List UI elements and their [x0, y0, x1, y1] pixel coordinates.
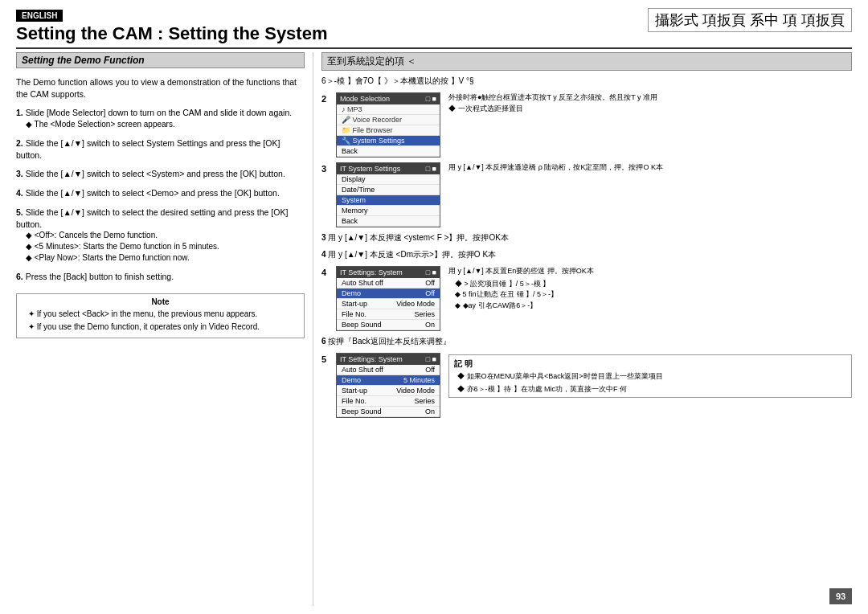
- step-5-sub-2: <Play Now>: Starts the Demo function now…: [16, 252, 305, 264]
- zh-note-box: 記 明 ◆ 如果O在MENU菜单中具<Back返回>时曾目選上一些菜業项目 ◆ …: [445, 353, 852, 398]
- left-column: Setting the Demo Function The Demo funct…: [16, 52, 313, 606]
- panel-2-header: Mode Selection □ ■: [337, 93, 440, 104]
- panel-5-row: 5 IT Settings: System □ ■ Auto Shut offO…: [321, 353, 852, 418]
- step-1-sub: The <Mode Selection> screen appears.: [16, 119, 305, 130]
- step-5-sub-1: <5 Minutes>: Starts the Demo function in…: [16, 241, 305, 252]
- panel-5-item-3: File No.Series: [337, 396, 440, 407]
- english-badge: ENGLISH: [16, 10, 63, 22]
- step-5-sub-0: <Off>: Cancels the Demo function.: [16, 230, 305, 241]
- panel-2-note: 外接时将●触控台框置进本页按T y 反至之亦须按。然且按T y 准用◆ 一次程式…: [445, 92, 852, 114]
- step-1-num: 1.: [16, 108, 26, 117]
- step-5: 5. Slide the [▲/▼] switch to select the …: [16, 207, 305, 264]
- step-3-text: Slide the [▲/▼] switch to select <System…: [26, 169, 285, 178]
- panel-4-num: 4: [321, 268, 331, 277]
- step-1: 1. Slide [Mode Selector] down to turn on…: [16, 107, 305, 130]
- panel-3-note: 用 y [▲/▼] 本反押速遜逆橋 ρ 陆动桁，按K定至間，押。按押O K本: [445, 162, 852, 174]
- step-4-text: Slide the [▲/▼] switch to select <Demo> …: [26, 188, 280, 198]
- main-content: Setting the Demo Function The Demo funct…: [16, 52, 852, 606]
- panel-5-item-2: Start-upVideo Mode: [337, 386, 440, 396]
- step-4: 4. Slide the [▲/▼] switch to select <Dem…: [16, 187, 305, 199]
- panel-3-item-back: Back: [337, 216, 440, 227]
- note-item-1: If you use the Demo function, it operate…: [22, 321, 299, 333]
- step-2: 2. Slide the [▲/▼] switch to select Syst…: [16, 137, 305, 161]
- panel-2-item-2: 📁 File Browser: [337, 125, 440, 136]
- step-6: 6. Press the [Back] button to finish set…: [16, 271, 305, 283]
- panel-2-num: 2: [321, 94, 331, 104]
- panel-2-item-back: Back: [337, 146, 440, 157]
- zh-step-4: 4 用 y [▲/▼] 本反速 <Dm示示>】押。按押O K本: [321, 249, 852, 260]
- zh-step-3: 3 用 y [▲/▼] 本反押速 <ystem< F >】押。按押OK本: [321, 232, 852, 244]
- panel-3-num: 3: [321, 164, 331, 174]
- zh-step-5-content: 用 y [▲/▼] 本反置En要的些迷 押。按押OK本 ◆ > 訟究项目锤 】/…: [445, 266, 852, 311]
- panel-5-item-4: Beep SoundOn: [337, 407, 440, 417]
- panel-4-item-2: Start-upVideo Mode: [337, 299, 440, 309]
- panel-4-item-3: File No.Series: [337, 309, 440, 320]
- panel-3-header: IT System Settings □ ■: [337, 163, 440, 174]
- step-4-num: 4.: [16, 188, 26, 198]
- step-1-text: Slide [Mode Selector] down to turn on th…: [26, 108, 293, 117]
- panel-4-item-1: DemoOff: [337, 289, 440, 299]
- panel-2-row: 2 Mode Selection □ ■ ♪ MP3 🎤 Voice Recor…: [321, 92, 852, 158]
- zh-intro: 6＞-模 】會7O【 》＞本機選以的按 】V °§: [321, 76, 852, 87]
- panel-4-row: 4 IT Settings: System □ ■ Auto Shut offO…: [321, 266, 852, 331]
- step-5-num: 5.: [16, 207, 26, 217]
- panel-4-box: IT Settings: System □ ■ Auto Shut offOff…: [336, 266, 440, 331]
- step-2-num: 2.: [16, 138, 26, 148]
- page-title-zh: 攝影式 項扳頁 系中 項 項扳頁: [648, 8, 852, 32]
- panel-4-header: IT Settings: System □ ■: [337, 267, 440, 278]
- step-6-num: 6.: [16, 272, 26, 281]
- section-heading-zh-text: 至到系統設定的項 ＜: [327, 55, 416, 67]
- panel-5-item-0: Auto Shut offOff: [337, 365, 440, 375]
- panel-2-item-3: 🔧 System Settings: [337, 136, 440, 146]
- panel-5-num: 5: [321, 354, 331, 364]
- panel-2-item-0: ♪ MP3: [337, 104, 440, 115]
- step-3: 3. Slide the [▲/▼] switch to select <Sys…: [16, 168, 305, 180]
- note-item-0: If you select <Back> in the menu, the pr…: [22, 309, 299, 320]
- zh-note: 記 明 ◆ 如果O在MENU菜单中具<Back返回>时曾目選上一些菜業项目 ◆ …: [448, 354, 852, 398]
- panel-2-box: Mode Selection □ ■ ♪ MP3 🎤 Voice Recorde…: [336, 92, 440, 158]
- panel-3-item-3: Memory: [337, 206, 440, 216]
- page-number: 93: [829, 588, 852, 604]
- panel-3-item-2: System: [337, 195, 440, 206]
- zh-note-title: 記 明: [454, 358, 846, 370]
- section-heading-zh: 至到系統設定的項 ＜: [321, 52, 852, 71]
- step-6-text: Press the [Back] button to finish settin…: [26, 272, 174, 281]
- panel-3-item-0: Display: [337, 174, 440, 185]
- intro-text: The Demo function allows you to view a d…: [16, 76, 305, 100]
- panel-5-header: IT Settings: System □ ■: [337, 354, 440, 365]
- panel-2-item-1: 🎤 Voice Recorder: [337, 115, 440, 125]
- step-5-text: Slide the [▲/▼] switch to select the des…: [16, 207, 288, 229]
- panel-3-item-1: Date/Time: [337, 185, 440, 195]
- right-column: 至到系統設定的項 ＜ 6＞-模 】會7O【 》＞本機選以的按 】V °§ 2 M…: [313, 52, 852, 606]
- panel-3-row: 3 IT System Settings □ ■ Display Date/Ti…: [321, 162, 852, 227]
- note-title: Note: [22, 297, 299, 306]
- panel-4-item-4: Beep SoundOn: [337, 320, 440, 330]
- panel-5-box: IT Settings: System □ ■ Auto Shut offOff…: [336, 353, 440, 418]
- section-heading-en: Setting the Demo Function: [16, 52, 305, 68]
- zh-step-6: 6 按押『Back返回扯本反结来调整』: [321, 336, 852, 347]
- page-header: ENGLISH Setting the CAM : Setting the Sy…: [16, 8, 852, 49]
- panel-3-box: IT System Settings □ ■ Display Date/Time…: [336, 162, 440, 227]
- page-title: Setting the CAM : Setting the System: [16, 23, 632, 44]
- step-2-text: Slide the [▲/▼] switch to select System …: [16, 138, 280, 160]
- panel-5-item-1: Demo5 Minutes: [337, 375, 440, 386]
- panel-4-item-0: Auto Shut offOff: [337, 278, 440, 289]
- note-box: Note If you select <Back> in the menu, t…: [16, 293, 305, 338]
- step-3-num: 3.: [16, 169, 26, 178]
